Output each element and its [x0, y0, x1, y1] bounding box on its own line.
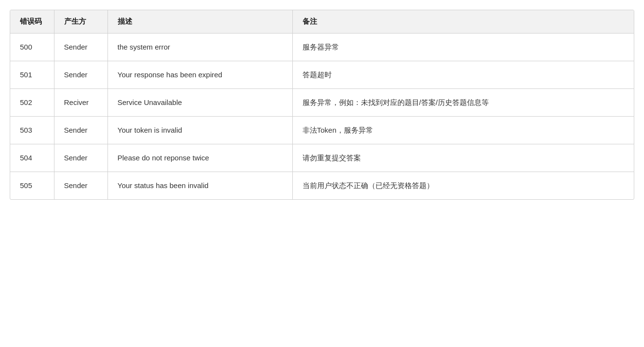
cell-note: 答题超时 [292, 61, 634, 89]
cell-note: 服务异常，例如：未找到对应的题目/答案/历史答题信息等 [292, 89, 634, 117]
cell-code: 504 [10, 144, 54, 172]
cell-description: the system error [107, 34, 292, 61]
cell-producer: Sender [54, 144, 107, 172]
cell-producer: Sender [54, 117, 107, 144]
cell-description: Please do not reponse twice [107, 144, 292, 172]
header-description: 描述 [107, 10, 292, 34]
table-row: 503SenderYour token is invalid非法Token，服务… [10, 117, 634, 144]
header-code: 错误码 [10, 10, 54, 34]
header-producer: 产生方 [54, 10, 107, 34]
cell-producer: Sender [54, 34, 107, 61]
cell-code: 501 [10, 61, 54, 89]
cell-code: 505 [10, 172, 54, 200]
table-row: 501SenderYour response has been expired答… [10, 61, 634, 89]
table-header-row: 错误码 产生方 描述 备注 [10, 10, 634, 34]
cell-producer: Reciver [54, 89, 107, 117]
cell-note: 服务器异常 [292, 34, 634, 61]
cell-description: Your response has been expired [107, 61, 292, 89]
cell-description: Your status has been invalid [107, 172, 292, 200]
error-codes-table: 错误码 产生方 描述 备注 500Senderthe system error服… [10, 10, 634, 200]
cell-producer: Sender [54, 172, 107, 200]
cell-note: 非法Token，服务异常 [292, 117, 634, 144]
cell-producer: Sender [54, 61, 107, 89]
table-row: 502ReciverService Unavailable服务异常，例如：未找到… [10, 89, 634, 117]
cell-code: 503 [10, 117, 54, 144]
cell-note: 请勿重复提交答案 [292, 144, 634, 172]
table-row: 500Senderthe system error服务器异常 [10, 34, 634, 61]
cell-code: 500 [10, 34, 54, 61]
header-note: 备注 [292, 10, 634, 34]
cell-code: 502 [10, 89, 54, 117]
cell-note: 当前用户状态不正确（已经无资格答题） [292, 172, 634, 200]
cell-description: Your token is invalid [107, 117, 292, 144]
table-row: 505SenderYour status has been invalid当前用… [10, 172, 634, 200]
cell-description: Service Unavailable [107, 89, 292, 117]
table-row: 504SenderPlease do not reponse twice请勿重复… [10, 144, 634, 172]
